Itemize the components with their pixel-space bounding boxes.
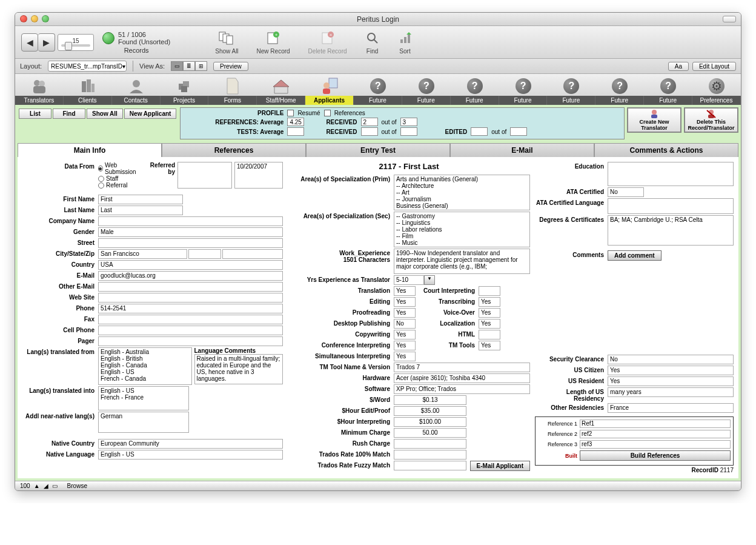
tab-references[interactable]: References: [162, 143, 306, 157]
applicants-icon[interactable]: [320, 76, 339, 96]
spec-prim-field[interactable]: Arts and Humanities (General) -- Archite…: [394, 175, 530, 210]
nav-label-future[interactable]: Future: [451, 96, 499, 105]
us-resident-field[interactable]: Yes: [608, 376, 734, 386]
email-applicant-button[interactable]: E-Mail Applicant: [470, 461, 530, 471]
native-language-field[interactable]: English - US: [98, 450, 283, 460]
nav-label-future[interactable]: Future: [354, 96, 402, 105]
tab-comments---actions[interactable]: Comments & Actions: [594, 143, 738, 157]
zip-field[interactable]: [222, 249, 283, 259]
layout-select[interactable]: RESUMES_tr...mpTransID▾: [48, 61, 127, 72]
nav-label-forms[interactable]: Forms: [208, 96, 257, 105]
nav-label-future[interactable]: Future: [547, 96, 595, 105]
ref2-field[interactable]: ref2: [580, 430, 731, 438]
nav-label-projects[interactable]: Projects: [161, 96, 209, 105]
nav-label-future[interactable]: Future: [402, 96, 451, 105]
lang-comments-field[interactable]: Raised in a multi-lingual family; educat…: [194, 354, 284, 384]
show-all-button[interactable]: Show All: [215, 30, 238, 55]
phone-field[interactable]: 514-2541: [98, 304, 283, 313]
min-charge-field[interactable]: 50.00: [394, 428, 466, 438]
minimize-button[interactable]: [31, 15, 38, 22]
ref1-field[interactable]: Ref1: [580, 420, 731, 428]
clients-icon[interactable]: [79, 76, 97, 96]
zoom-value[interactable]: 100: [20, 483, 30, 489]
trados-fuzzy-field[interactable]: [394, 461, 466, 470]
native-country-field[interactable]: European Community: [98, 439, 283, 449]
showall-sub-button[interactable]: Show All: [87, 109, 123, 119]
future-icon[interactable]: ?: [467, 76, 483, 96]
len-us-field[interactable]: many years: [608, 387, 734, 397]
email-field[interactable]: goodluck@lucas.org: [98, 271, 283, 281]
sort-button[interactable]: Sort: [398, 30, 413, 55]
translators-icon[interactable]: [30, 76, 48, 96]
lang-into-field[interactable]: English - US French - France: [98, 386, 189, 410]
yrs-exp-dropdown[interactable]: ▼: [424, 275, 435, 285]
html-field[interactable]: [479, 330, 500, 339]
voiceover-field[interactable]: Yes: [479, 308, 500, 318]
referred-by-field[interactable]: [177, 162, 232, 189]
nav-label-applicants[interactable]: Applicants: [305, 96, 354, 105]
build-references-button[interactable]: Build References: [580, 450, 731, 461]
tmtools-field[interactable]: Yes: [479, 341, 500, 350]
ref3-field[interactable]: ref3: [580, 440, 731, 449]
projects-icon[interactable]: [176, 76, 194, 96]
other-email-field[interactable]: [98, 282, 283, 292]
other-res-field[interactable]: France: [608, 403, 734, 413]
tmtool-name-field[interactable]: Trados 7: [394, 363, 530, 372]
first-name-field[interactable]: First: [98, 195, 183, 204]
next-record-button[interactable]: ▶: [38, 33, 55, 52]
work-exp-field[interactable]: 1990--Now Independent translator and int…: [394, 249, 530, 274]
viewas-toggle[interactable]: ▭≣⊞: [171, 61, 207, 71]
company-field[interactable]: [98, 216, 283, 226]
court-field[interactable]: [479, 286, 500, 296]
nav-label-clients[interactable]: Clients: [64, 96, 112, 105]
find-sub-button[interactable]: Find: [53, 109, 85, 119]
interp-rate-field[interactable]: $100.00: [394, 417, 466, 427]
future-icon[interactable]: ?: [370, 76, 386, 96]
trados-100-field[interactable]: [394, 450, 466, 460]
addl-near-field[interactable]: German: [98, 412, 189, 433]
edit-layout-button[interactable]: Edit Layout: [692, 62, 736, 71]
country-field[interactable]: USA: [98, 260, 283, 270]
nav-label-future[interactable]: Future: [595, 96, 644, 105]
tab-main-info[interactable]: Main Info: [18, 143, 162, 157]
contacts-icon[interactable]: [127, 76, 145, 96]
pager-field[interactable]: [98, 336, 283, 346]
data-from-radios[interactable]: Web Submission Staff Referral: [98, 162, 139, 189]
add-comment-button[interactable]: Add comment: [608, 250, 662, 261]
nav-label-translators[interactable]: Translators: [15, 96, 64, 105]
prev-record-button[interactable]: ◀: [21, 33, 38, 52]
gender-field[interactable]: Male: [98, 227, 283, 237]
city-field[interactable]: San Francisco: [98, 249, 187, 259]
software-field[interactable]: XP Pro; Office; Trados: [394, 384, 530, 394]
delete-translator-button[interactable]: Delete This Record/Translator: [684, 107, 738, 133]
fax-field[interactable]: [98, 315, 283, 324]
future-icon[interactable]: ?: [563, 76, 579, 96]
future-icon[interactable]: ?: [660, 76, 676, 96]
preview-button[interactable]: Preview: [213, 62, 248, 71]
transcribing-field[interactable]: Yes: [479, 297, 500, 307]
referred-date-field[interactable]: 10/20/2007: [234, 162, 283, 189]
nav-label-preferences[interactable]: Preferences: [692, 96, 741, 105]
tab-entry-test[interactable]: Entry Test: [306, 143, 450, 157]
staff-home-icon[interactable]: [272, 76, 290, 96]
spec-sec-field[interactable]: -- Gastronomy -- Linguistics -- Labor re…: [394, 212, 530, 247]
sec-clearance-field[interactable]: No: [608, 355, 734, 364]
references-checkbox[interactable]: [324, 110, 331, 116]
editing-field[interactable]: Yes: [394, 297, 416, 307]
localization-field[interactable]: Yes: [479, 319, 500, 329]
dtp-field[interactable]: No: [394, 319, 416, 329]
find-button[interactable]: Find: [365, 30, 380, 55]
new-record-button[interactable]: + New Record: [257, 30, 290, 55]
statusbar-icon[interactable]: ◢: [44, 483, 48, 489]
statusbar-icon[interactable]: ▭: [52, 483, 58, 489]
last-name-field[interactable]: Last: [98, 206, 183, 215]
tab-e-mail[interactable]: E-Mail: [450, 143, 594, 157]
translation-field[interactable]: Yes: [394, 286, 416, 296]
maximize-button[interactable]: [42, 15, 49, 22]
ata-cert-field[interactable]: No: [608, 187, 644, 197]
nav-label-contacts[interactable]: Contacts: [112, 96, 161, 105]
cellphone-field[interactable]: [98, 326, 283, 335]
nav-label-future[interactable]: Future: [644, 96, 692, 105]
forms-icon[interactable]: [225, 76, 240, 96]
yrs-exp-field[interactable]: 5-10: [394, 275, 424, 285]
